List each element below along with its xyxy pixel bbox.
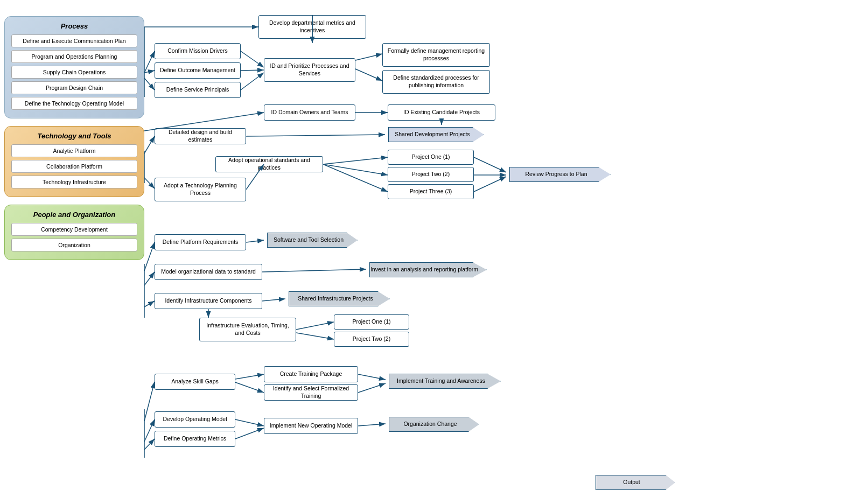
item-collab: Collaboration Platform — [11, 160, 137, 173]
svg-line-35 — [144, 382, 155, 421]
svg-line-45 — [358, 424, 386, 426]
software-tool-box: Software and Tool Selection — [264, 230, 361, 250]
id-domain-box: ID Domain Owners and Teams — [264, 104, 355, 121]
svg-line-44 — [235, 428, 264, 439]
project-one-2-box: Project One (1) — [334, 314, 409, 330]
svg-line-20 — [323, 164, 388, 192]
develop-operating-box: Develop Operating Model — [155, 411, 235, 428]
item-prog-ops: Program and Operations Planning — [11, 50, 137, 63]
project-two-1-box: Project Two (2) — [388, 167, 474, 182]
define-platform-box: Define Platform Requirements — [155, 234, 246, 250]
svg-line-22 — [474, 157, 506, 172]
adopt-tech-box: Adopt a Technology Planning Process — [155, 178, 246, 201]
item-competency: Competency Development — [11, 223, 137, 236]
item-supply: Supply Chain Operations — [11, 66, 137, 79]
adopt-operational-box: Adopt operational standards and practice… — [215, 156, 323, 172]
svg-line-39 — [235, 374, 264, 379]
svg-line-32 — [296, 322, 334, 330]
svg-line-26 — [144, 272, 155, 285]
svg-line-3 — [144, 78, 155, 90]
tech-section: Technology and Tools Analytic Platform C… — [4, 126, 144, 197]
svg-line-6 — [241, 70, 264, 71]
svg-line-7 — [241, 73, 264, 90]
confirm-mission-box: Confirm Mission Drivers — [155, 43, 241, 59]
svg-line-9 — [355, 69, 382, 81]
output-box: Output — [592, 473, 678, 492]
identify-infra-box: Identify Infrastructure Components — [155, 293, 262, 309]
svg-line-5 — [241, 51, 264, 67]
svg-line-27 — [144, 301, 155, 307]
svg-line-25 — [144, 242, 155, 271]
people-section: People and Organization Competency Devel… — [4, 205, 144, 260]
svg-line-41 — [358, 374, 386, 380]
item-prog-design: Program Design Chain — [11, 81, 137, 94]
item-tech-infra: Technology Infrastructure — [11, 176, 137, 188]
svg-line-36 — [144, 419, 155, 442]
invest-analysis-box: Invest in an analysis and reporting plat… — [366, 260, 490, 279]
infra-eval-box: Infrastructure Evaluation, Timing, and C… — [199, 318, 296, 341]
define-service-box: Define Service Principals — [155, 82, 241, 98]
svg-line-31 — [262, 299, 285, 301]
shared-infra-box: Shared Infrastructure Projects — [285, 289, 393, 309]
svg-line-43 — [235, 419, 264, 426]
svg-line-40 — [235, 382, 264, 393]
project-one-1-box: Project One (1) — [388, 150, 474, 165]
svg-line-42 — [358, 383, 386, 393]
item-org: Organization — [11, 239, 137, 251]
id-existing-box: ID Existing Candidate Projects — [388, 104, 495, 121]
svg-line-12 — [144, 136, 155, 153]
process-title: Process — [11, 22, 137, 30]
svg-line-19 — [323, 164, 388, 175]
svg-line-2 — [144, 71, 155, 73]
item-tech-model: Define the Technology Operating Model — [11, 97, 137, 110]
svg-line-8 — [355, 54, 382, 60]
detailed-design-box: Detailed design and build estimates — [155, 128, 246, 144]
define-operating-box: Define Operating Metrics — [155, 431, 235, 447]
model-org-box: Model organizational data to standard — [155, 264, 262, 280]
project-three-1-box: Project Three (3) — [388, 184, 474, 199]
implement-training-box: Implement Training and Awareness — [386, 372, 504, 391]
item-comm-plan: Define and Execute Communication Plan — [11, 34, 137, 47]
create-training-box: Create Training Package — [264, 366, 358, 382]
project-two-2-box: Project Two (2) — [334, 332, 409, 347]
formally-define-box: Formally define management reporting pro… — [382, 43, 490, 67]
svg-line-33 — [296, 333, 334, 339]
tech-title: Technology and Tools — [11, 132, 137, 140]
main-container: Process Define and Execute Communication… — [0, 0, 847, 504]
svg-line-1 — [144, 51, 155, 73]
review-progress-box: Review Progress to Plan — [506, 165, 614, 184]
shared-dev-box: Shared Development Projects — [385, 125, 487, 144]
define-outcome-box: Define Outcome Management — [155, 62, 241, 79]
analyze-skill-box: Analyze Skill Gaps — [155, 374, 235, 390]
define-standard-box: Define standardized processes for publis… — [382, 70, 490, 94]
process-section: Process Define and Execute Communication… — [4, 16, 144, 118]
svg-line-29 — [246, 240, 264, 242]
svg-line-30 — [262, 269, 366, 272]
svg-line-24 — [474, 177, 506, 192]
identify-select-box: Identify and Select Formalized Training — [264, 384, 358, 401]
org-change-box: Organization Change — [386, 415, 482, 434]
left-panel: Process Define and Execute Communication… — [4, 16, 144, 268]
svg-line-37 — [144, 439, 155, 450]
item-analytic: Analytic Platform — [11, 144, 137, 157]
svg-line-14 — [144, 178, 155, 188]
svg-line-18 — [323, 157, 388, 164]
id-prioritize-box: ID and Prioritize Processes and Services — [264, 58, 355, 82]
svg-line-15 — [246, 135, 385, 136]
implement-new-box: Implement New Operating Model — [264, 418, 358, 434]
people-title: People and Organization — [11, 211, 137, 219]
develop-metrics-box: Develop departmental metrics and incenti… — [258, 15, 366, 39]
